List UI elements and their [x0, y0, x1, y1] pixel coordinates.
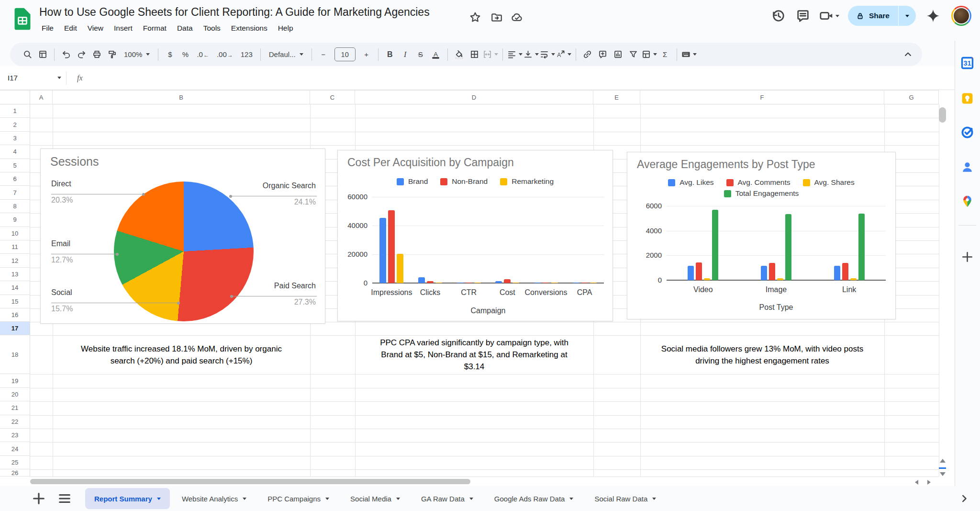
sheet-tab-ga-raw-data[interactable]: GA Raw Data: [412, 488, 482, 509]
cpa-bar-chart[interactable]: Cost Per Acquisition by CampaignBrandNon…: [337, 150, 613, 321]
column-header-E[interactable]: E: [593, 90, 640, 104]
menu-tools[interactable]: Tools: [198, 22, 226, 34]
document-title[interactable]: How to Use Google Sheets for Client Repo…: [39, 6, 430, 19]
note-cell-f18[interactable]: Social media followers grew 13% MoM, wit…: [640, 335, 884, 374]
create-filter-button[interactable]: [626, 47, 641, 62]
row-header-21[interactable]: 21: [0, 401, 30, 415]
history-icon[interactable]: [771, 9, 785, 23]
table-button[interactable]: [642, 47, 657, 62]
maps-icon[interactable]: [961, 195, 974, 208]
column-header-G[interactable]: G: [884, 90, 939, 104]
horizontal-scrollbar[interactable]: [30, 479, 470, 484]
column-header-F[interactable]: F: [640, 90, 884, 104]
text-color-button[interactable]: A: [429, 47, 443, 62]
menu-edit[interactable]: Edit: [59, 22, 82, 34]
avatar[interactable]: [951, 6, 971, 26]
gemini-icon[interactable]: [926, 9, 940, 23]
row-header-12[interactable]: 12: [0, 254, 30, 267]
menu-file[interactable]: File: [36, 22, 59, 34]
font-size-input[interactable]: 10: [334, 47, 356, 61]
column-header-A[interactable]: A: [30, 90, 53, 104]
format-percent-button[interactable]: %: [178, 47, 192, 62]
row-header-1[interactable]: 1: [0, 104, 30, 118]
row-header-20[interactable]: 20: [0, 388, 30, 401]
format-currency-button[interactable]: $: [163, 47, 177, 62]
move-folder-icon[interactable]: [491, 11, 502, 23]
tasks-icon[interactable]: [961, 126, 974, 139]
calendar-icon[interactable]: 31: [961, 57, 974, 69]
share-options-button[interactable]: [899, 6, 916, 26]
row-header-24[interactable]: 24: [0, 442, 30, 455]
text-wrap-button[interactable]: [540, 47, 555, 62]
row-header-16[interactable]: 16: [0, 308, 30, 322]
bold-button[interactable]: B: [383, 47, 397, 62]
insert-comment-button[interactable]: [596, 47, 610, 62]
search-button[interactable]: [20, 47, 34, 62]
row-header-3[interactable]: 3: [0, 132, 30, 145]
fill-color-button[interactable]: [452, 47, 467, 62]
sheet-tab-report-summary[interactable]: Report Summary: [85, 488, 170, 509]
sheet-tab-social-media[interactable]: Social Media: [341, 488, 409, 509]
video-call-button[interactable]: [819, 9, 839, 23]
horizontal-align-button[interactable]: [507, 47, 523, 62]
row-header-13[interactable]: 13: [0, 268, 30, 281]
decrease-font-size-button[interactable]: −: [316, 47, 331, 62]
row-header-10[interactable]: 10: [0, 227, 30, 240]
menu-insert[interactable]: Insert: [109, 22, 138, 34]
print-button[interactable]: [89, 47, 104, 62]
column-header-B[interactable]: B: [53, 90, 310, 104]
scroll-down-icon[interactable]: [940, 472, 946, 476]
scroll-up-icon[interactable]: [940, 459, 946, 463]
menu-view[interactable]: View: [82, 22, 109, 34]
row-header-2[interactable]: 2: [0, 118, 30, 131]
vertical-scrollbar[interactable]: [939, 107, 946, 123]
paint-format-button[interactable]: [105, 47, 119, 62]
chevron-right-icon[interactable]: [959, 493, 969, 504]
text-rotation-button[interactable]: A: [556, 47, 571, 62]
row-header-25[interactable]: 25: [0, 456, 30, 469]
star-icon[interactable]: [469, 11, 481, 23]
all-sheets-icon[interactable]: [57, 491, 72, 506]
sheet-tab-google-ads-raw-data[interactable]: Google Ads Raw Data: [485, 488, 583, 509]
insert-chart-button[interactable]: [611, 47, 625, 62]
get-addons-icon[interactable]: [961, 250, 974, 263]
vertical-align-button[interactable]: [523, 47, 539, 62]
row-header-26[interactable]: 26: [0, 469, 30, 477]
row-header-6[interactable]: 6: [0, 172, 30, 186]
sheet-tab-social-raw-data[interactable]: Social Raw Data: [585, 488, 665, 509]
sheet-tab-website-analytics[interactable]: Website Analytics: [173, 488, 256, 509]
collapse-toolbar-button[interactable]: [901, 47, 915, 62]
note-cell-d18[interactable]: PPC CPA varied significantly by campaign…: [355, 335, 593, 374]
row-header-23[interactable]: 23: [0, 429, 30, 442]
row-header-22[interactable]: 22: [0, 415, 30, 429]
select-all-corner[interactable]: [0, 90, 30, 104]
row-header-19[interactable]: 19: [0, 374, 30, 387]
name-box[interactable]: I17: [0, 74, 61, 82]
row-header-18[interactable]: 18: [0, 335, 30, 374]
engagements-bar-chart[interactable]: Average Engagements by Post TypeAvg. Lik…: [627, 152, 896, 319]
filter-views-button[interactable]: [35, 47, 50, 62]
row-header-4[interactable]: 4: [0, 145, 30, 159]
decrease-decimal-button[interactable]: .0←: [193, 47, 212, 62]
column-header-C[interactable]: C: [310, 90, 355, 104]
sessions-pie-chart[interactable]: SessionsOrganic Search24.1%Paid Search27…: [40, 148, 325, 324]
comment-icon[interactable]: [796, 9, 810, 23]
scroll-left-icon[interactable]: [915, 480, 918, 485]
increase-font-size-button[interactable]: +: [359, 47, 374, 62]
row-header-7[interactable]: 7: [0, 186, 30, 199]
row-header-5[interactable]: 5: [0, 159, 30, 172]
keep-icon[interactable]: [961, 92, 974, 105]
menu-help[interactable]: Help: [273, 22, 299, 34]
more-formats-button[interactable]: 123: [237, 47, 256, 62]
font-size-input[interactable]: 10: [332, 47, 358, 62]
zoom-select[interactable]: 100%: [120, 47, 154, 62]
insert-link-button[interactable]: [580, 47, 595, 62]
italic-button[interactable]: I: [398, 47, 412, 62]
undo-button[interactable]: [59, 47, 73, 62]
borders-button[interactable]: [468, 47, 482, 62]
cloud-saved-icon[interactable]: [511, 11, 523, 23]
share-button[interactable]: Share: [848, 6, 898, 26]
font-select[interactable]: Defaul...: [265, 47, 307, 62]
menu-format[interactable]: Format: [138, 22, 172, 34]
scroll-right-icon[interactable]: [927, 480, 931, 485]
